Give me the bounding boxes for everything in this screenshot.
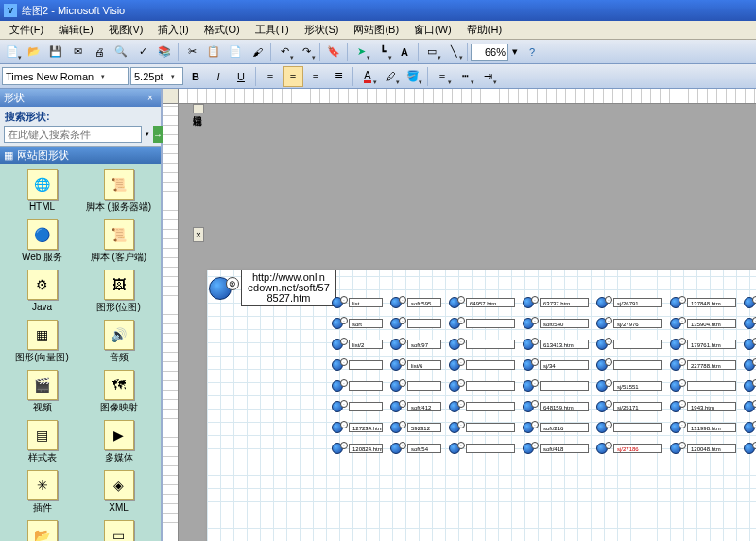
menu-tools[interactable]: 工具(T) [248,21,297,39]
search-input[interactable] [4,126,142,143]
line-button[interactable]: ╲ [443,42,464,62]
menu-file[interactable]: 文件(F) [2,21,51,39]
sitemap-node[interactable]: ·613413.htm [523,339,589,350]
line-color-button[interactable]: 🖊 [380,66,401,87]
menu-shapes[interactable]: 形状(S) [297,21,347,39]
shape-stencil-item[interactable]: 🔊音频 [86,320,152,362]
sitemap-node[interactable]: ·592312 [390,422,441,433]
shape-stencil-item[interactable]: 🔵Web 服务 [9,219,76,262]
copy-button[interactable]: 📋 [203,42,224,62]
sitemap-node[interactable]: · [670,380,736,392]
bold-button[interactable]: B [185,66,206,87]
redo-button[interactable]: ↷ [296,42,317,62]
sitemap-node[interactable]: ·sort [332,318,383,329]
sitemap-node[interactable]: · [596,339,662,350]
line-pattern-button[interactable]: ┅ [455,66,475,87]
underline-button[interactable]: U [231,66,251,87]
sitemap-node[interactable]: ·227788.htm [670,359,736,371]
sitemap-node[interactable]: · [449,422,515,433]
sitemap-node[interactable]: · [449,380,515,392]
search-drop[interactable]: ▾ [145,126,150,143]
sitemap-node[interactable]: ·sj/26791 [596,297,662,308]
sitemap-node[interactable]: ·soft/418 [523,443,589,454]
shape-stencil-item[interactable]: 🖼图形(位图) [86,270,152,312]
sitemap-node[interactable]: ·list [332,297,383,308]
category-bar[interactable]: ▦ 网站图形状 [0,147,161,164]
sitemap-node[interactable]: ·sj/27186 [596,443,662,454]
sitemap-node[interactable]: · [332,359,383,371]
sitemap-node[interactable]: · [449,443,515,454]
shape-stencil-item[interactable]: ▤样式表 [9,420,76,462]
sitemap-node[interactable]: ·sj/25171 [596,401,662,412]
sitemap-node[interactable]: ·soft/412 [390,401,441,412]
help-button[interactable]: ? [522,42,542,62]
sitemap-node[interactable]: ·sort/1681 [744,318,756,329]
menu-view[interactable]: 视图(V) [101,21,151,39]
shape-stencil-item[interactable]: ◈XML [86,470,152,513]
shape-stencil-item[interactable]: ⚙Java [9,270,76,312]
menu-format[interactable]: 格式(O) [197,21,248,39]
cut-button[interactable]: ✂ [181,42,202,62]
sitemap-node[interactable]: ·120824.htm [332,443,383,454]
sitemap-node[interactable]: ·list/2 [332,339,383,350]
sitemap-node[interactable]: · [332,380,383,392]
sitemap-node[interactable]: ·125263.htm [744,339,756,350]
sitemap-node[interactable]: ·soft/54 [390,443,441,454]
sitemap-node[interactable]: ·soft/216 [523,422,589,433]
sitemap-node[interactable]: · [596,422,662,433]
shape-stencil-item[interactable]: 📜脚本 (服务器端) [86,169,152,212]
sitemap-node[interactable]: ·87025.htm [744,297,756,308]
sitemap-node[interactable]: ·148439.htm [744,422,756,433]
sitemap-node[interactable]: ·soft/97 [390,339,441,350]
fontsize-combo[interactable]: 5.25pt▾ [130,67,183,85]
sitemap-node[interactable]: ·137848.htm [670,297,736,308]
search-go-button[interactable]: → [153,126,163,143]
sitemap-node[interactable]: · [449,339,515,350]
sitemap-node[interactable]: · [449,318,515,329]
shape-stencil-item[interactable]: 🌐HTML [9,169,76,212]
menu-help[interactable]: 帮助(H) [459,21,509,39]
sitemap-node[interactable]: · [390,380,441,392]
zoom-input[interactable] [471,44,508,61]
line-ends-button[interactable]: ⇥ [477,66,498,87]
menu-edit[interactable]: 编辑(E) [51,21,101,39]
close-panel-icon[interactable]: × [144,92,157,105]
sitemap-node[interactable]: ·92389.htm [744,401,756,412]
sitemap-node[interactable]: ·87534.htm [744,380,756,392]
page[interactable]: ⊗ http://www.onlin edown.net/soft/57 852… [207,270,756,541]
sitemap-node[interactable]: ·soft/595 [390,297,441,308]
shape-stencil-item[interactable]: 📜脚本 (客户端) [86,219,152,262]
menu-sitemap[interactable]: 网站图(B) [346,21,406,39]
pointer-button[interactable]: ➤ [351,42,371,62]
fill-color-button[interactable]: 🪣 [403,66,423,87]
sitemap-node[interactable]: ·127234.htm [332,422,383,433]
shape-stencil-item[interactable]: ▭程序 [86,520,152,541]
align-justify-button[interactable]: ≣ [328,66,349,87]
mail-button[interactable]: ✉ [67,42,88,62]
rectangle-button[interactable]: ▭ [421,42,442,62]
new-button[interactable]: 📄 [2,42,23,62]
print-button[interactable]: 🖨 [89,42,110,62]
open-button[interactable]: 📂 [24,42,44,62]
fmt-painter-button[interactable]: 🖌 [247,42,267,62]
shape-stencil-item[interactable]: ✳插件 [9,470,76,513]
shape-stencil-item[interactable]: 📂存档 [9,520,76,541]
menu-insert[interactable]: 插入(I) [150,21,196,39]
sitemap-node[interactable]: ·sj/27976 [596,318,662,329]
spell-button[interactable]: ✓ [132,42,153,62]
stamp-button[interactable]: 🔖 [323,42,344,62]
drawing-canvas[interactable]: 逻辑端口 × ⊗ http://www.onlin edown.net/soft… [179,104,756,541]
sitemap-node[interactable]: ·list/6 [390,359,441,371]
save-button[interactable]: 💾 [45,42,66,62]
paste-button[interactable]: 📄 [225,42,246,62]
v-tab[interactable]: 逻辑端口 [193,104,204,113]
sitemap-node[interactable]: · [596,359,662,371]
sitemap-node[interactable]: ·1943.htm [670,401,736,412]
sitemap-node[interactable]: ·131998.htm [670,422,736,433]
sitemap-node[interactable]: ·648159.htm [523,401,589,412]
sitemap-node[interactable]: ·soft/540 [523,318,589,329]
sitemap-node[interactable]: · [390,318,441,329]
align-left-button[interactable]: ≡ [260,66,281,87]
zoom-drop[interactable]: ▾ [509,42,521,62]
sitemap-node[interactable]: · [523,380,589,392]
